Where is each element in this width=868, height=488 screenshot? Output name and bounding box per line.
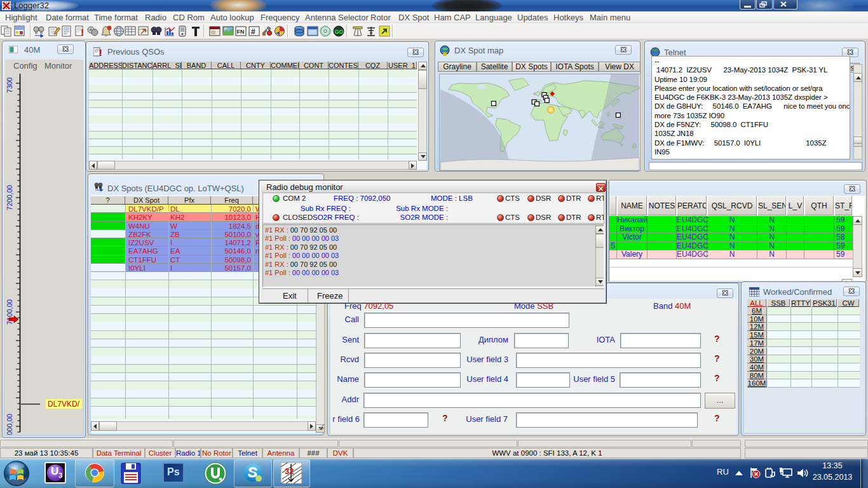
svg-text:#: # [251, 27, 255, 36]
svg-text:DL7VKD/: DL7VKD/ [48, 400, 80, 409]
svg-text:32: 32 [285, 466, 294, 476]
svg-text:!: ! [81, 27, 84, 37]
svg-text:!: ! [99, 48, 102, 57]
svg-text:FN: FN [236, 29, 244, 35]
svg-text:7300: 7300 [6, 78, 13, 93]
svg-text:GO: GO [334, 29, 343, 35]
svg-text:7000,00: 7000,00 [6, 414, 13, 435]
svg-text:7200,00: 7200,00 [6, 185, 13, 210]
